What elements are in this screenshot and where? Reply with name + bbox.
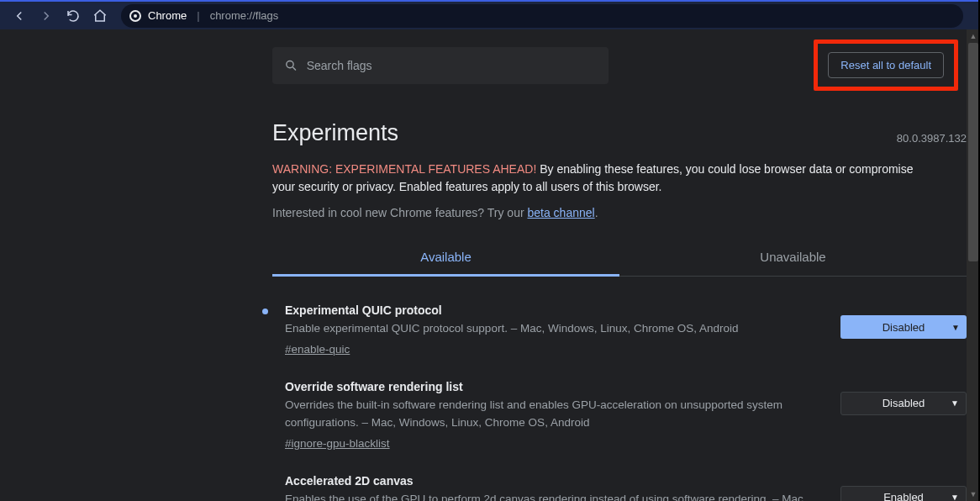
warning-text: WARNING: EXPERIMENTAL FEATURES AHEAD! By…: [272, 161, 925, 196]
chevron-down-icon: ▼: [951, 398, 959, 408]
address-bar[interactable]: Chrome | chrome://flags: [121, 4, 963, 28]
tab-available[interactable]: Available: [272, 240, 619, 277]
flag-title: Experimental QUIC protocol: [285, 303, 824, 317]
interested-prefix: Interested in cool new Chrome features? …: [272, 206, 527, 219]
chevron-down-icon: ▼: [951, 323, 960, 332]
omnibox-origin: Chrome: [148, 9, 187, 22]
browser-toolbar: Chrome | chrome://flags: [0, 0, 980, 29]
chevron-down-icon: ▼: [951, 493, 959, 501]
flag-state-value: Disabled: [883, 321, 925, 334]
flag-state-select[interactable]: Disabled ▼: [840, 315, 967, 339]
flag-main: Override software rendering list Overrid…: [285, 380, 824, 451]
flag-title: Override software rendering list: [285, 380, 824, 393]
flag-state-select[interactable]: Enabled ▼: [840, 486, 967, 501]
beta-channel-link[interactable]: beta channel: [527, 206, 594, 219]
tabs: Available Unavailable: [272, 240, 967, 277]
warning-prefix: WARNING: EXPERIMENTAL FEATURES AHEAD!: [272, 162, 536, 176]
omnibox-separator: |: [197, 9, 199, 22]
flag-state-value: Enabled: [883, 491, 924, 501]
top-row: Reset all to default: [264, 40, 980, 91]
flag-select-wrap: Enabled ▼: [840, 486, 967, 501]
flag-state-select[interactable]: Disabled ▼: [840, 392, 967, 415]
tab-unavailable[interactable]: Unavailable: [619, 240, 967, 276]
flag-main: Accelerated 2D canvas Enables the use of…: [285, 474, 824, 501]
flag-description: Overrides the built-in software renderin…: [285, 397, 824, 432]
flag-anchor-link[interactable]: #enable-quic: [285, 343, 350, 356]
back-button[interactable]: [8, 5, 30, 27]
svg-point-0: [287, 61, 293, 67]
content-column: Reset all to default Experiments 80.0.39…: [272, 29, 883, 501]
flag-select-wrap: Disabled ▼: [840, 315, 967, 339]
flag-anchor-link[interactable]: #ignore-gpu-blacklist: [285, 437, 390, 450]
flag-description: Enables the use of the GPU to perform 2d…: [285, 491, 824, 501]
flags-list: Experimental QUIC protocol Enable experi…: [262, 298, 967, 501]
modified-dot-icon: [262, 309, 268, 314]
page-title: Experiments: [272, 120, 398, 146]
search-icon: [284, 58, 298, 73]
interested-suffix: .: [595, 206, 598, 219]
annotation-highlight: Reset all to default: [814, 40, 958, 91]
reset-highlight: Reset all to default: [814, 40, 958, 91]
flag-description: Enable experimental QUIC protocol suppor…: [285, 320, 824, 338]
home-button[interactable]: [89, 5, 111, 27]
reset-all-button[interactable]: Reset all to default: [828, 52, 944, 78]
flag-select-wrap: Disabled ▼: [840, 392, 967, 415]
flag-row: Override software rendering list Overrid…: [262, 375, 967, 469]
reload-button[interactable]: [62, 5, 84, 27]
search-flags-input[interactable]: [307, 59, 597, 72]
version-label: 80.0.3987.132: [897, 132, 967, 145]
beta-channel-line: Interested in cool new Chrome features? …: [272, 206, 598, 219]
forward-button[interactable]: [35, 5, 57, 27]
flag-row: Experimental QUIC protocol Enable experi…: [262, 298, 967, 375]
omnibox-path: chrome://flags: [210, 9, 279, 22]
flag-title: Accelerated 2D canvas: [285, 474, 824, 488]
flag-row: Accelerated 2D canvas Enables the use of…: [262, 469, 967, 501]
page-body: Reset all to default Experiments 80.0.39…: [0, 29, 980, 501]
search-flags-box[interactable]: [272, 47, 609, 84]
scrollbar-thumb[interactable]: [968, 43, 978, 261]
flag-main: Experimental QUIC protocol Enable experi…: [285, 303, 824, 356]
chrome-icon: [129, 10, 141, 22]
flag-state-value: Disabled: [883, 397, 925, 409]
